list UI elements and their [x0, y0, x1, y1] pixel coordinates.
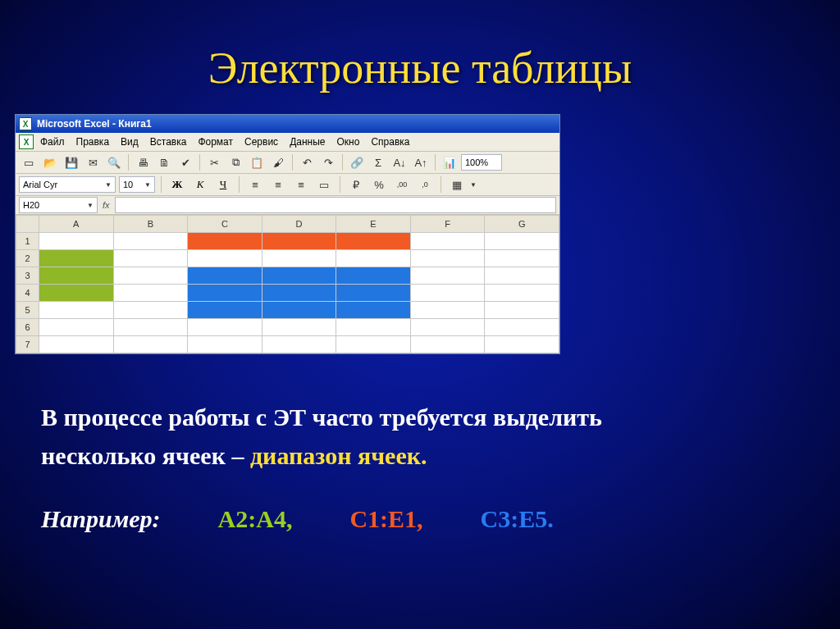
open-icon[interactable]: 📂	[40, 153, 60, 172]
mail-icon[interactable]: ✉	[83, 153, 103, 172]
menu-data[interactable]: Данные	[285, 134, 330, 149]
row-header[interactable]: 2	[16, 250, 39, 267]
menu-edit[interactable]: Правка	[71, 134, 115, 149]
redo-icon[interactable]: ↷	[318, 153, 338, 172]
cell[interactable]	[410, 250, 485, 267]
merge-center-icon[interactable]: ▭	[314, 175, 334, 194]
menu-tools[interactable]: Сервис	[240, 134, 283, 149]
format-painter-icon[interactable]: 🖌	[268, 153, 288, 172]
cell[interactable]	[485, 250, 559, 267]
col-header-F[interactable]: F	[410, 216, 485, 233]
cell[interactable]	[262, 233, 336, 250]
align-center-icon[interactable]: ≡	[268, 175, 288, 194]
chart-icon[interactable]: 📊	[440, 153, 459, 172]
menu-view[interactable]: Вид	[116, 134, 144, 149]
sort-asc-icon[interactable]: A↓	[390, 153, 409, 172]
cell[interactable]	[262, 336, 336, 353]
cell[interactable]	[113, 250, 188, 267]
cell[interactable]	[262, 285, 336, 302]
search-icon[interactable]: 🔍	[104, 153, 124, 172]
bold-button[interactable]: Ж	[167, 175, 187, 194]
menu-help[interactable]: Справка	[366, 134, 414, 149]
inc-decimal-icon[interactable]: ,00	[392, 175, 412, 194]
print-preview-icon[interactable]: 🗎	[154, 153, 174, 172]
cell[interactable]	[188, 302, 262, 319]
align-right-icon[interactable]: ≡	[291, 175, 311, 194]
col-header-G[interactable]: G	[485, 216, 559, 233]
percent-icon[interactable]: %	[369, 175, 389, 194]
row-header[interactable]: 5	[16, 302, 39, 319]
menu-window[interactable]: Окно	[331, 134, 364, 149]
font-size-select[interactable]: 10 ▼	[119, 176, 155, 193]
cell[interactable]	[336, 319, 411, 336]
cell[interactable]	[113, 233, 188, 250]
row-header[interactable]: 7	[16, 336, 39, 353]
cell[interactable]	[485, 285, 559, 302]
autosum-icon[interactable]: Σ	[368, 153, 388, 172]
col-header-E[interactable]: E	[336, 216, 411, 233]
menu-insert[interactable]: Вставка	[145, 134, 192, 149]
font-select[interactable]: Arial Cyr ▼	[19, 176, 116, 193]
hyperlink-icon[interactable]: 🔗	[347, 153, 367, 172]
col-header-B[interactable]: B	[113, 216, 188, 233]
cell[interactable]	[262, 250, 336, 267]
undo-icon[interactable]: ↶	[297, 153, 317, 172]
cell[interactable]	[188, 285, 262, 302]
italic-button[interactable]: К	[190, 175, 210, 194]
cell[interactable]	[410, 285, 485, 302]
menu-format[interactable]: Формат	[193, 134, 238, 149]
cell[interactable]	[262, 267, 336, 285]
fx-label[interactable]: fx	[103, 200, 110, 210]
spellcheck-icon[interactable]: ✔	[176, 153, 195, 172]
col-header-C[interactable]: C	[188, 216, 262, 233]
dec-decimal-icon[interactable]: ,0	[415, 175, 435, 194]
cell[interactable]	[113, 336, 188, 353]
cell[interactable]	[188, 250, 262, 267]
menu-file[interactable]: Файл	[35, 134, 70, 149]
copy-icon[interactable]: ⧉	[226, 153, 245, 172]
cell[interactable]	[39, 233, 114, 250]
paste-icon[interactable]: 📋	[247, 153, 267, 172]
sort-desc-icon[interactable]: A↑	[411, 153, 431, 172]
cell[interactable]	[485, 233, 559, 250]
cell[interactable]	[113, 267, 188, 285]
cell[interactable]	[39, 302, 114, 319]
save-icon[interactable]: 💾	[62, 153, 81, 172]
select-all-corner[interactable]	[16, 216, 39, 233]
cell[interactable]	[113, 285, 188, 302]
cell[interactable]	[410, 336, 485, 353]
row-header[interactable]: 4	[16, 285, 39, 302]
cell[interactable]	[336, 267, 411, 285]
cell[interactable]	[485, 267, 559, 285]
cell[interactable]	[188, 267, 262, 285]
underline-button[interactable]: Ч	[213, 175, 233, 194]
row-header[interactable]: 6	[16, 319, 39, 336]
cell[interactable]	[336, 302, 411, 319]
formula-input[interactable]	[115, 197, 556, 213]
cell[interactable]	[336, 336, 411, 353]
cell[interactable]	[39, 336, 114, 353]
row-header[interactable]: 3	[16, 267, 39, 285]
cell[interactable]	[410, 319, 485, 336]
col-header-A[interactable]: A	[39, 216, 114, 233]
currency-icon[interactable]: ₽	[346, 175, 366, 194]
name-box[interactable]: H20 ▼	[19, 197, 98, 213]
cell[interactable]	[262, 302, 336, 319]
cell[interactable]	[262, 319, 336, 336]
cut-icon[interactable]: ✂	[204, 153, 224, 172]
cell[interactable]	[485, 336, 559, 353]
cell[interactable]	[336, 233, 411, 250]
cell[interactable]	[336, 285, 411, 302]
cell[interactable]	[485, 319, 559, 336]
col-header-D[interactable]: D	[262, 216, 336, 233]
cell[interactable]	[39, 285, 114, 302]
cell[interactable]	[39, 267, 114, 285]
cell[interactable]	[188, 336, 262, 353]
cell[interactable]	[410, 267, 485, 285]
cell[interactable]	[336, 250, 411, 267]
cell[interactable]	[39, 250, 114, 267]
cell[interactable]	[39, 319, 114, 336]
cell[interactable]	[485, 302, 559, 319]
align-left-icon[interactable]: ≡	[245, 175, 265, 194]
cell[interactable]	[410, 233, 485, 250]
